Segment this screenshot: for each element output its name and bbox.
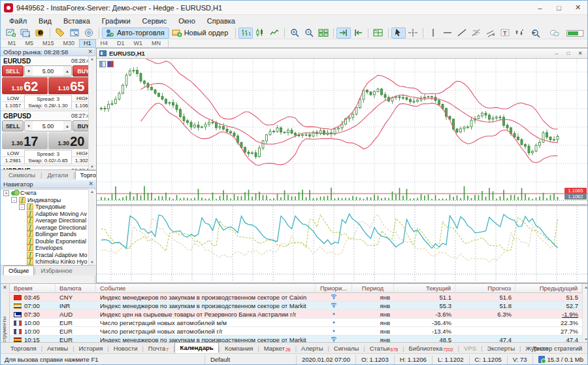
close-button[interactable]: ✕ — [568, 1, 587, 14]
bars-icon[interactable]: 1 — [238, 27, 253, 39]
buy-price[interactable]: 1.3020 — [48, 132, 94, 149]
toolbox-close-icon[interactable]: ✕ — [3, 285, 7, 290]
navigator-tab-2[interactable]: Избранное — [36, 266, 78, 275]
symbol-block-gbpusd[interactable]: GBPUSD08:27:45SELL▼5.00▲BUY1.30171.3020L… — [1, 111, 95, 166]
tree-item[interactable]: fAdaptive Moving Av — [1, 211, 95, 218]
toolbox-tab-2[interactable]: Активы — [42, 343, 73, 353]
candles-icon[interactable] — [253, 27, 267, 39]
trend-line-icon[interactable] — [455, 27, 469, 39]
timeframe-button-m30[interactable]: M30 — [59, 39, 80, 48]
lot-value[interactable]: 5.00 — [33, 121, 63, 131]
tree-item[interactable]: -fТрендовые — [1, 203, 95, 211]
crosshair-icon[interactable] — [406, 27, 420, 39]
menu-item-3[interactable]: Вставка — [57, 16, 96, 26]
menu-item-7[interactable]: Справка — [201, 16, 241, 26]
toolbox-tab-1[interactable]: Торговля — [6, 343, 41, 353]
tree-item[interactable]: fBollinger Bands — [1, 231, 95, 238]
scroll-down-icon[interactable]: ▼ — [584, 338, 588, 341]
lot-value[interactable]: 5.00 — [33, 66, 63, 76]
minimize-button[interactable]: – — [531, 1, 549, 14]
horizontal-line-icon[interactable] — [440, 27, 455, 39]
navigator-scrollbar[interactable]: ▲▼ — [88, 189, 95, 265]
column-header-5[interactable]: Период — [352, 284, 394, 293]
indicators-window-icon[interactable] — [371, 27, 385, 39]
search-icon[interactable] — [529, 27, 543, 39]
vertical-line-icon[interactable] — [426, 27, 440, 39]
indicator-badge-icon[interactable] — [99, 61, 106, 67]
line-chart-icon[interactable] — [267, 27, 282, 39]
toolbox-tab-12[interactable]: Библиотека7202 — [404, 343, 458, 353]
tree-item[interactable]: fAverage Directional — [1, 224, 95, 232]
calendar-scrollbar[interactable]: ▲▼ — [582, 284, 588, 343]
chart-profiles-icon[interactable] — [18, 27, 33, 39]
tile-windows-icon[interactable] — [316, 27, 331, 39]
toolbox-tab-3[interactable]: История — [74, 343, 108, 353]
toolbox-tab-10[interactable]: Сигналы — [329, 343, 364, 353]
cursor-icon[interactable] — [391, 27, 406, 39]
column-header-3[interactable]: Событие — [96, 284, 316, 293]
market-watch-icon[interactable] — [53, 27, 67, 39]
column-header-2[interactable]: Валюта — [56, 284, 96, 293]
tree-item[interactable]: fFractal Adaptive Mo — [1, 252, 95, 259]
scroll-up-icon[interactable]: ▲ — [584, 285, 588, 289]
toolbox-tab-4[interactable]: Новости — [109, 343, 142, 353]
scroll-down-icon[interactable]: ▼ — [90, 260, 94, 264]
new-order-button[interactable]: Новый ордер — [169, 27, 233, 39]
menu-item-6[interactable]: Окно — [172, 16, 201, 26]
chart-minimize-button[interactable]: – — [551, 48, 563, 58]
timeframe-button-m5[interactable]: M5 — [21, 39, 39, 48]
maximize-button[interactable]: □ — [549, 1, 568, 14]
tree-item[interactable]: fEnvelopes — [1, 245, 95, 252]
lot-increase-button[interactable]: ▲ — [63, 121, 71, 131]
calendar-row[interactable]: 10:00EURЧисло регистраций новых автомоби… — [10, 319, 582, 327]
timeframe-button-h1[interactable]: H1 — [79, 39, 96, 48]
tree-item[interactable]: fAverage Directional — [1, 217, 95, 224]
sell-button[interactable]: SELL — [2, 120, 24, 131]
column-header-6[interactable]: Текущий — [394, 284, 455, 293]
market-watch-scrollbar[interactable]: ▲▼ — [88, 56, 95, 169]
column-header-4[interactable]: Приори... — [316, 284, 352, 293]
tree-item[interactable]: +Счета — [1, 190, 95, 197]
tree-toggle-icon[interactable]: - — [19, 204, 25, 210]
chat-icon[interactable] — [547, 27, 562, 39]
shift-end-icon[interactable] — [336, 27, 351, 39]
scroll-up-icon[interactable]: ▲ — [90, 190, 94, 194]
arrows-icon[interactable] — [512, 27, 527, 39]
scroll-up-icon[interactable]: ▲ — [90, 57, 94, 61]
lot-decrease-button[interactable]: ▼ — [25, 66, 33, 76]
toolbox-tab-13[interactable]: VPS — [459, 343, 481, 353]
indicator-badge-icon[interactable] — [107, 61, 114, 67]
status-profile[interactable]: Default — [204, 355, 296, 364]
sell-button[interactable]: SELL — [2, 65, 24, 77]
tree-item[interactable]: fIchimoku Kinko Hyo — [1, 258, 95, 265]
fibonacci-icon[interactable] — [469, 27, 483, 39]
text-label-icon[interactable]: T — [498, 27, 512, 39]
menu-item-2[interactable]: Вид — [33, 16, 57, 26]
toolbox-tab-14[interactable]: Эксперты — [482, 343, 519, 353]
chart-restore-button[interactable]: □ — [563, 48, 574, 58]
tree-toggle-icon[interactable]: + — [3, 190, 9, 196]
timeframe-button-w1[interactable]: W1 — [129, 39, 148, 48]
history-center-icon[interactable]: $ — [33, 27, 47, 39]
market-watch-tab-1[interactable]: Символы — [3, 170, 41, 180]
toolbox-tab-6[interactable]: Календарь — [174, 342, 218, 353]
navigator-icon[interactable] — [82, 27, 96, 39]
calendar-row[interactable]: 03:45CNYИндекс менеджеров по закупкам в … — [10, 293, 582, 302]
toolbox-tab-7[interactable]: Компания — [220, 343, 257, 353]
navigator-close-icon[interactable]: ✕ — [88, 181, 93, 187]
toolbox-tab-9[interactable]: Алерты — [297, 343, 327, 353]
symbol-block-eurusd[interactable]: EURUSD08:28:41SELL▼5.00▲BUY1.10621.1065L… — [1, 56, 95, 111]
timeframe-button-d1[interactable]: D1 — [112, 39, 129, 48]
timeframe-button-h4[interactable]: H4 — [96, 39, 113, 48]
buy-price[interactable]: 1.1065 — [48, 77, 94, 94]
calendar-row[interactable]: 07:00INRИндекс менеджеров по закупкам в … — [10, 302, 582, 310]
timeframe-button-m15[interactable]: M15 — [38, 39, 59, 48]
market-watch-close-icon[interactable]: ✕ — [88, 48, 93, 55]
toolbox-tab-11[interactable]: Статьи678 — [365, 343, 402, 353]
lot-increase-button[interactable]: ▲ — [63, 66, 71, 76]
sell-price[interactable]: 1.3017 — [2, 132, 48, 149]
tree-toggle-icon[interactable]: - — [11, 197, 17, 203]
menu-item-5[interactable]: Сервис — [137, 16, 173, 26]
timeframe-button-mn[interactable]: MN — [147, 39, 165, 48]
new-chart-icon[interactable] — [4, 27, 18, 39]
